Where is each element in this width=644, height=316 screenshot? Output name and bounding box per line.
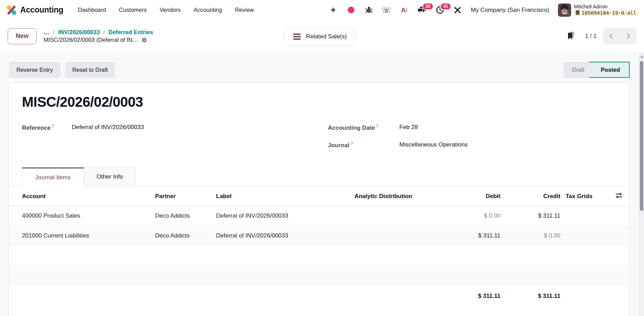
tools-icon[interactable] <box>453 6 462 15</box>
status-draft[interactable]: Draft <box>564 62 594 78</box>
breadcrumb-link-invoice[interactable]: INV/2026/00033 <box>58 29 100 36</box>
messages-icon[interactable]: 20 <box>417 6 427 15</box>
journal-label: Journal <box>328 142 349 149</box>
record-icon[interactable] <box>346 6 355 15</box>
col-account: Account <box>9 193 155 200</box>
activities-badge: 41 <box>440 3 451 10</box>
bug-glyph <box>365 6 373 14</box>
company-switcher[interactable]: My Company (San Francisco) <box>471 7 549 14</box>
col-partner: Partner <box>155 193 216 200</box>
breadcrumb-link-deferred[interactable]: Deferred Entries <box>108 29 153 36</box>
related-sales-button[interactable]: Related Sale(s) <box>284 28 355 45</box>
adjust-columns-icon[interactable] <box>615 193 622 198</box>
top-navbar: Accounting Dashboard Customers Vendors A… <box>0 0 644 20</box>
field-section: Reference? Deferral of INV/2026/00033 Ac… <box>9 124 629 151</box>
scrollbar-thumb[interactable] <box>640 61 643 211</box>
scroll-up-arrow[interactable] <box>640 55 644 58</box>
col-tax-grids: Tax Grids <box>560 193 602 200</box>
journal-items-table: Account Partner Label Analytic Distribut… <box>9 187 629 307</box>
reverse-entry-button[interactable]: Reverse Entry <box>9 62 60 78</box>
ai-icon[interactable]: AI <box>400 6 409 15</box>
ai-glyph: AI <box>401 6 408 14</box>
activities-clock-icon[interactable]: 41 <box>435 6 444 15</box>
plus-glyph: + <box>331 6 336 14</box>
cell-debit[interactable]: $ 0.00 <box>436 212 500 219</box>
bug-icon[interactable] <box>364 6 373 15</box>
systray: + ☏ AI 20 <box>329 3 638 17</box>
reference-value[interactable]: Deferral of INV/2026/00033 <box>72 124 144 131</box>
table-row[interactable]: 201000 Current Liabilities Deco Addicts … <box>9 226 629 246</box>
totals-row: $ 311.11 $ 311.11 <box>9 286 629 307</box>
vertical-scrollbar <box>639 53 644 316</box>
accounting-date-value[interactable]: Feb 28 <box>399 124 418 131</box>
table-header-row: Account Partner Label Analytic Distribut… <box>9 187 629 206</box>
pager-next-button[interactable] <box>620 28 636 45</box>
col-label: Label <box>216 193 331 200</box>
menu-accounting[interactable]: Accounting <box>194 7 222 13</box>
app-name[interactable]: Accounting <box>20 5 63 15</box>
messages-badge: 20 <box>422 3 434 10</box>
tools-glyph <box>454 6 461 14</box>
chevron-right-icon <box>626 33 631 39</box>
form-sheet: MISC/2026/02/0003 Reference? Deferral of… <box>8 83 630 316</box>
breadcrumb-ellipsis[interactable]: … <box>44 29 50 36</box>
tab-journal-items[interactable]: Journal Items <box>22 167 84 187</box>
cell-debit[interactable]: $ 311.11 <box>436 232 500 239</box>
pager-previous-button[interactable] <box>603 28 620 45</box>
empty-row <box>9 246 629 266</box>
status-stepper: Draft Posted <box>564 62 630 78</box>
notebook-tabs: Journal Items Other Info <box>9 167 629 187</box>
pager-value[interactable]: 1 / 1 <box>585 33 597 40</box>
menu-review[interactable]: Review <box>235 7 254 13</box>
statusbar-actions: Reverse Entry Reset to Draft <box>9 62 115 78</box>
entry-name-title: MISC/2026/02/0003 <box>22 94 629 110</box>
breadcrumb-current: MISC/2026/02/0003 (Deferral of IN… <box>44 37 138 43</box>
cell-credit[interactable]: $ 311.11 <box>500 212 560 219</box>
hamburger-icon <box>293 33 301 40</box>
phone-dial-icon[interactable]: ☏ <box>382 6 391 15</box>
cell-label[interactable]: Deferral of INV/2026/00033 <box>216 212 331 219</box>
col-analytic-distribution: Analytic Distribution <box>331 193 436 200</box>
related-sales-label: Related Sale(s) <box>306 33 347 40</box>
menu-vendors[interactable]: Vendors <box>160 7 181 13</box>
reference-label: Reference <box>22 125 51 131</box>
tab-other-info[interactable]: Other Info <box>84 167 136 186</box>
db-text: 105094184-19-0-all <box>582 10 636 16</box>
reset-to-draft-button[interactable]: Reset to Draft <box>65 62 115 78</box>
breadcrumb-separator: / <box>53 29 55 36</box>
phone-glyph: ☏ <box>382 6 391 14</box>
cell-label[interactable]: Deferral of INV/2026/00033 <box>216 232 331 239</box>
plus-icon[interactable]: + <box>329 6 338 15</box>
col-debit: Debit <box>436 193 500 200</box>
main-menu: Dashboard Customers Vendors Accounting R… <box>78 7 254 13</box>
cell-account[interactable]: 201000 Current Liabilities <box>9 232 155 239</box>
database-icon <box>575 10 580 15</box>
new-button[interactable]: New <box>8 28 37 44</box>
bookmark-icon[interactable] <box>567 31 575 41</box>
gear-icon[interactable] <box>141 37 147 43</box>
cell-account[interactable]: 400000 Product Sales <box>9 212 155 219</box>
chevron-left-icon <box>609 33 614 39</box>
total-credit: $ 311.11 <box>500 293 560 300</box>
table-row[interactable]: 400000 Product Sales Deco Addicts Deferr… <box>9 206 629 226</box>
help-icon: ? <box>350 141 353 146</box>
menu-customers[interactable]: Customers <box>119 7 147 13</box>
cell-credit[interactable]: $ 0.00 <box>500 232 560 239</box>
cell-partner[interactable]: Deco Addicts <box>155 232 216 239</box>
accounting-app-icon[interactable] <box>6 5 17 15</box>
pager-buttons <box>603 28 636 45</box>
pager-area: 1 / 1 <box>567 28 636 45</box>
red-dot <box>348 7 354 13</box>
help-icon: ? <box>376 124 378 129</box>
avatar: ✈ <box>558 3 571 17</box>
control-panel: New … / INV/2026/00033 / Deferred Entrie… <box>0 20 644 53</box>
menu-dashboard[interactable]: Dashboard <box>78 7 106 13</box>
content-area: Reverse Entry Reset to Draft Draft Poste… <box>0 53 644 316</box>
user-menu[interactable]: ✈ Mitchell Admin 105094184-19-0-all <box>558 3 638 17</box>
cell-partner[interactable]: Deco Addicts <box>155 212 216 219</box>
status-posted[interactable]: Posted <box>589 62 630 78</box>
total-debit: $ 311.11 <box>436 293 500 300</box>
help-icon: ? <box>52 124 54 129</box>
accounting-date-label: Accounting Date <box>328 125 375 131</box>
journal-value[interactable]: Miscellaneous Operations <box>399 141 468 148</box>
